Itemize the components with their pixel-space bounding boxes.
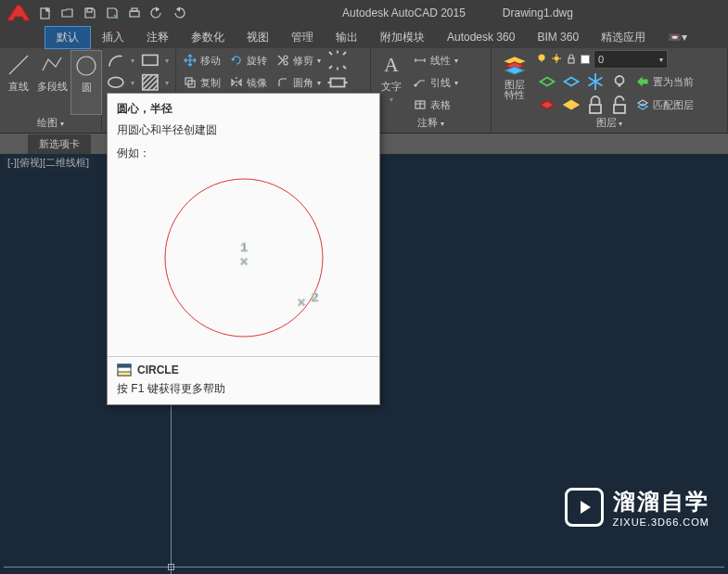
app-logo[interactable]: [4, 2, 33, 24]
layer-thaw-icon[interactable]: [560, 95, 582, 115]
tab-overflow[interactable]: 📼▾: [657, 28, 698, 46]
panel-title-annotate[interactable]: 注释: [375, 115, 487, 131]
tooltip-help: 按 F1 键获得更多帮助: [117, 381, 370, 397]
tab-bim360[interactable]: BIM 360: [526, 28, 590, 46]
arc-dropdown[interactable]: ▾: [128, 50, 138, 70]
text-icon: A: [378, 52, 404, 78]
tab-manage[interactable]: 管理: [280, 27, 325, 48]
tab-featured[interactable]: 精选应用: [590, 27, 657, 48]
copy-button[interactable]: 复制: [180, 72, 224, 93]
layer-lock-icon[interactable]: [584, 95, 607, 115]
doc-name: Drawing1.dwg: [503, 6, 573, 19]
panel-title-draw[interactable]: 绘图: [4, 115, 97, 131]
explode-icon[interactable]: [326, 50, 349, 70]
leader-button[interactable]: 引线▾: [410, 72, 462, 93]
crosshair-horizontal: [4, 567, 724, 568]
app-name: Autodesk AutoCAD 2015: [342, 6, 466, 19]
qat-new-icon[interactable]: [35, 3, 56, 23]
qat-undo-icon[interactable]: [147, 3, 167, 23]
svg-rect-29: [614, 105, 625, 113]
tooltip-diagram: 1 × × 2: [117, 165, 370, 351]
make-current-button[interactable]: 置为当前: [632, 71, 697, 92]
command-tooltip: 圆心，半径 用圆心和半径创建圆 例如： 1 × × 2 CIRCLE 按 F1 …: [107, 93, 380, 405]
panel-draw: 直线 多段线 圆 绘图: [0, 48, 102, 133]
svg-point-24: [539, 55, 544, 60]
tab-output[interactable]: 输出: [325, 27, 369, 48]
svg-point-5: [77, 57, 96, 75]
svg-point-11: [284, 56, 287, 59]
svg-line-4: [9, 56, 28, 74]
svg-rect-26: [568, 58, 574, 63]
tooltip-title: 圆心，半径: [117, 101, 370, 117]
layer-props-label: 图层特性: [504, 80, 525, 100]
file-tab-new[interactable]: 新选项卡: [28, 134, 91, 154]
svg-point-7: [109, 78, 123, 88]
cursor-pickbox: [168, 564, 174, 570]
svg-rect-15: [331, 79, 345, 87]
layer-state-icon[interactable]: [536, 71, 558, 92]
arc-icon[interactable]: [106, 50, 126, 70]
title-bar: Autodesk AutoCAD 2015 Drawing1.dwg: [0, 0, 728, 26]
layer-props-button[interactable]: 图层特性: [495, 50, 534, 115]
stretch-icon[interactable]: [326, 72, 349, 93]
tab-insert[interactable]: 插入: [91, 27, 135, 48]
command-window-icon: [117, 363, 132, 377]
qat-saveas-icon[interactable]: [102, 3, 122, 23]
tab-default[interactable]: 默认: [45, 26, 91, 49]
match-layer-button[interactable]: 匹配图层: [632, 95, 697, 115]
move-button[interactable]: 移动: [180, 50, 224, 70]
viewport-label[interactable]: [-][俯视][二维线框]: [4, 154, 93, 172]
layer-isolate-icon[interactable]: [560, 71, 582, 92]
tab-addins[interactable]: 附加模块: [369, 27, 436, 48]
tooltip-example-label: 例如：: [117, 146, 370, 161]
qat-save-icon[interactable]: [80, 3, 100, 23]
svg-rect-2: [130, 11, 139, 17]
layer-freeze-icon[interactable]: [584, 71, 607, 92]
rect-icon[interactable]: [140, 50, 160, 70]
fillet-button[interactable]: 圆角▾: [273, 72, 325, 93]
watermark-sub: ZIXUE.3D66.COM: [613, 517, 709, 528]
panel-layers: 图层特性 0▾ 置为当前: [492, 48, 728, 133]
tab-annotate[interactable]: 注释: [135, 27, 180, 48]
ellipse-icon[interactable]: [106, 72, 126, 93]
trim-button[interactable]: 修剪▾: [273, 50, 325, 70]
tab-parametric[interactable]: 参数化: [180, 27, 236, 48]
watermark: 溜溜自学 ZIXUE.3D66.COM: [565, 487, 709, 528]
polyline-button[interactable]: 多段线: [35, 50, 69, 115]
qat-open-icon[interactable]: [57, 3, 78, 23]
table-button[interactable]: 表格: [410, 95, 462, 115]
circle-icon: [73, 53, 99, 79]
svg-rect-1: [87, 8, 92, 12]
tab-a360[interactable]: Autodesk 360: [436, 28, 526, 46]
watermark-main: 溜溜自学: [613, 487, 709, 517]
layer-combo[interactable]: 0▾: [594, 50, 668, 69]
svg-rect-28: [590, 105, 601, 113]
sun-icon[interactable]: [551, 51, 562, 68]
dim-linear-button[interactable]: 线性▾: [410, 50, 462, 70]
tooltip-pt1-label: 1: [240, 240, 247, 254]
line-icon: [6, 52, 32, 78]
bulb-on-icon[interactable]: [536, 51, 547, 68]
svg-rect-3: [132, 8, 137, 11]
mirror-button[interactable]: 镜像: [226, 72, 271, 93]
color-swatch-icon[interactable]: [581, 55, 590, 64]
svg-rect-35: [118, 372, 131, 376]
hatch-icon[interactable]: [140, 72, 160, 93]
qat-plot-icon[interactable]: [124, 3, 145, 23]
layer-on-icon[interactable]: [536, 95, 558, 115]
layer-unlock-icon[interactable]: [608, 95, 631, 115]
panel-title-layers[interactable]: 图层: [495, 115, 723, 131]
tab-view[interactable]: 视图: [236, 27, 280, 48]
circle-button[interactable]: 圆: [70, 50, 102, 115]
lock-icon[interactable]: [566, 51, 577, 68]
svg-rect-34: [118, 364, 131, 367]
polyline-icon: [39, 52, 65, 78]
tooltip-desc: 用圆心和半径创建圆: [117, 122, 370, 138]
rotate-button[interactable]: 旋转: [226, 50, 271, 70]
layer-off-icon[interactable]: [608, 71, 631, 92]
svg-point-22: [415, 84, 416, 86]
qat-redo-icon[interactable]: [169, 3, 189, 23]
svg-rect-6: [142, 56, 157, 66]
line-button[interactable]: 直线: [4, 50, 33, 115]
layer-props-icon: [502, 52, 528, 78]
